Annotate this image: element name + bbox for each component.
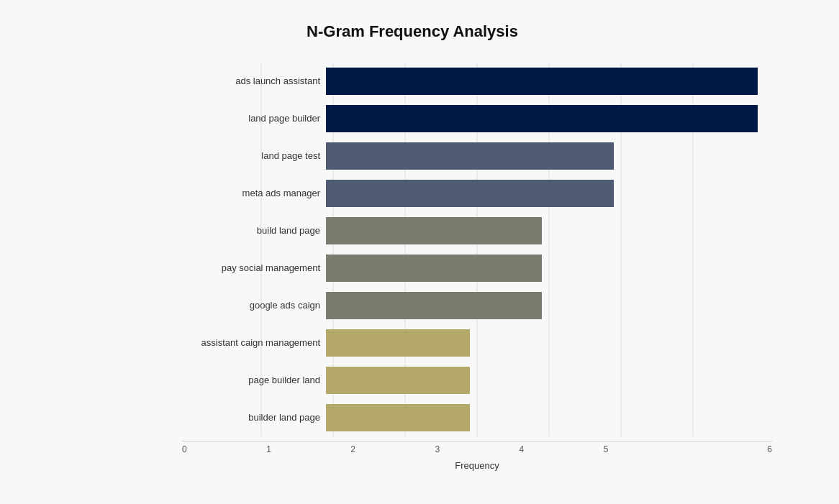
x-tick: 0 bbox=[182, 441, 266, 454]
x-axis-label: Frequency bbox=[182, 460, 772, 471]
bar-label: assistant caign management bbox=[176, 337, 320, 348]
bar-track bbox=[326, 217, 758, 244]
bar-fill bbox=[326, 180, 614, 207]
x-tick: 2 bbox=[350, 441, 435, 454]
x-tick: 1 bbox=[266, 441, 350, 454]
bar-label: builder land page bbox=[176, 412, 320, 423]
bar-fill bbox=[326, 404, 470, 431]
bar-label: land page builder bbox=[176, 113, 320, 124]
bar-track bbox=[326, 329, 758, 357]
bar-row: builder land page bbox=[326, 399, 758, 436]
bar-label: ads launch assistant bbox=[176, 75, 320, 86]
bar-row: meta ads manager bbox=[326, 175, 758, 212]
bar-row: build land page bbox=[326, 212, 758, 249]
bar-row: ads launch assistant bbox=[326, 63, 758, 100]
bar-track bbox=[326, 404, 758, 431]
bar-track bbox=[326, 292, 758, 319]
bar-fill bbox=[326, 68, 758, 95]
x-tick: 5 bbox=[604, 441, 688, 454]
bar-label: google ads caign bbox=[176, 300, 320, 311]
bar-fill bbox=[326, 217, 542, 244]
bar-fill bbox=[326, 142, 614, 170]
bar-fill bbox=[326, 292, 542, 319]
chart-area: ads launch assistantland page builderlan… bbox=[326, 63, 758, 436]
x-tick: 4 bbox=[520, 441, 604, 454]
bar-row: assistant caign management bbox=[326, 324, 758, 362]
bar-track bbox=[326, 68, 758, 95]
bar-row: land page builder bbox=[326, 100, 758, 137]
x-axis: 0123456 bbox=[182, 441, 772, 454]
bar-track bbox=[326, 255, 758, 282]
bar-label: pay social management bbox=[176, 262, 320, 273]
bar-row: land page test bbox=[326, 137, 758, 175]
chart-title: N-Gram Frequency Analysis bbox=[38, 22, 786, 41]
bar-track bbox=[326, 105, 758, 132]
bar-row: page builder land bbox=[326, 362, 758, 399]
bar-row: pay social management bbox=[326, 249, 758, 287]
bar-track bbox=[326, 367, 758, 394]
x-tick: 6 bbox=[688, 441, 772, 454]
bar-track bbox=[326, 142, 758, 170]
bar-fill bbox=[326, 255, 542, 282]
bar-label: build land page bbox=[176, 225, 320, 236]
chart-container: N-Gram Frequency Analysis ads launch ass… bbox=[24, 8, 815, 497]
bar-fill bbox=[326, 367, 470, 394]
x-tick: 3 bbox=[435, 441, 519, 454]
bar-label: page builder land bbox=[176, 375, 320, 385]
bar-label: meta ads manager bbox=[176, 188, 320, 198]
bar-fill bbox=[326, 105, 758, 132]
bar-row: google ads caign bbox=[326, 287, 758, 324]
bar-label: land page test bbox=[176, 150, 320, 161]
bar-track bbox=[326, 180, 758, 207]
bar-fill bbox=[326, 329, 470, 357]
